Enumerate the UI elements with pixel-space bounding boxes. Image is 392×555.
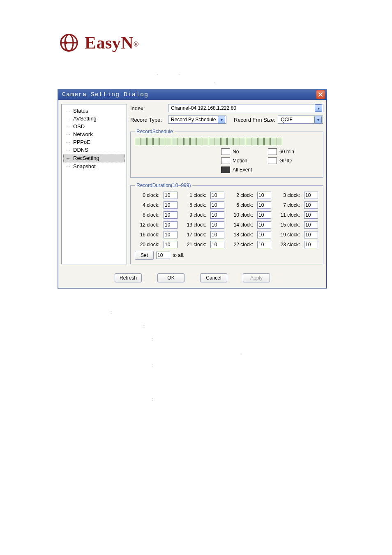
duration-input[interactable]	[164, 192, 178, 199]
duration-input[interactable]	[257, 192, 271, 199]
duration-input[interactable]	[257, 221, 271, 229]
duration-input[interactable]	[304, 201, 318, 209]
duration-input[interactable]	[164, 241, 178, 248]
schedule-cells[interactable]	[135, 138, 319, 145]
schedule-cell[interactable]	[159, 138, 165, 145]
duration-input[interactable]	[210, 211, 224, 219]
schedule-cell[interactable]	[252, 138, 258, 145]
legend-motion: Motion	[233, 158, 265, 164]
duration-input[interactable]	[304, 192, 318, 199]
schedule-cell[interactable]	[190, 138, 196, 145]
record-duration-legend: RecordDuration(10~999)	[135, 183, 192, 188]
tree-item-recsetting[interactable]: RecSetting	[63, 154, 125, 162]
record-frm-size-value: QCIF	[281, 117, 313, 123]
schedule-cell[interactable]	[178, 138, 184, 145]
tree-item-status[interactable]: Status	[63, 107, 125, 115]
duration-input[interactable]	[304, 231, 318, 238]
index-combo[interactable]: Channel-04 192.168.1.222:80 ▾	[168, 104, 323, 112]
duration-input[interactable]	[257, 211, 271, 219]
logo-registered: ®	[134, 41, 138, 48]
legend-60min: 60 min	[279, 149, 304, 155]
schedule-cell[interactable]	[147, 138, 153, 145]
tree-item-snapshot[interactable]: Snapshot	[63, 162, 125, 170]
tree-item-avsetting[interactable]: AVSetting	[63, 115, 125, 123]
close-icon	[318, 92, 323, 97]
duration-input[interactable]	[304, 241, 318, 248]
schedule-cell[interactable]	[240, 138, 245, 145]
svg-point-3	[65, 42, 67, 44]
schedule-cell[interactable]	[221, 138, 227, 145]
brand-logo: EasyN®	[58, 33, 334, 53]
duration-label: 17 clock:	[182, 232, 207, 238]
duration-input[interactable]	[304, 221, 318, 229]
set-all-value[interactable]	[156, 252, 170, 259]
duration-label: 9 clock:	[182, 212, 207, 218]
duration-label: 4 clock:	[135, 202, 160, 208]
record-schedule-group: RecordSchedule No 60 min Motion GPIO All…	[130, 129, 323, 178]
duration-label: 0 clock:	[135, 192, 160, 198]
cancel-button[interactable]: Cancel	[200, 273, 227, 282]
duration-label: 16 clock:	[135, 232, 160, 238]
tree-item-pppoe[interactable]: PPPoE	[63, 138, 125, 146]
schedule-cell[interactable]	[270, 138, 276, 145]
duration-input[interactable]	[257, 241, 271, 248]
duration-label: 2 clock:	[228, 192, 254, 198]
duration-label: 1 clock:	[182, 192, 207, 198]
duration-input[interactable]	[210, 201, 224, 209]
duration-input[interactable]	[210, 241, 224, 248]
schedule-cell[interactable]	[227, 138, 233, 145]
tree-item-osd[interactable]: OSD	[63, 123, 125, 130]
duration-input[interactable]	[164, 221, 178, 229]
refresh-button[interactable]: Refresh	[115, 273, 142, 282]
record-duration-group: RecordDuration(10~999) 0 clock:1 clock:2…	[130, 183, 323, 264]
duration-label: 15 clock:	[275, 222, 301, 228]
duration-label: 18 clock:	[228, 232, 254, 238]
set-all-button[interactable]: Set	[135, 251, 154, 260]
schedule-cell[interactable]	[166, 138, 171, 145]
tree-item-ddns[interactable]: DDNS	[63, 146, 125, 154]
chevron-down-icon: ▾	[315, 104, 322, 112]
schedule-cell[interactable]	[258, 138, 264, 145]
schedule-cell[interactable]	[153, 138, 159, 145]
duration-input[interactable]	[210, 192, 224, 199]
record-schedule-legend: RecordSchedule	[135, 129, 175, 134]
schedule-cell[interactable]	[233, 138, 239, 145]
legend-allevent: All Event	[233, 167, 265, 173]
tree-item-network[interactable]: Network	[63, 130, 125, 138]
ok-button[interactable]: OK	[157, 273, 184, 282]
schedule-cell[interactable]	[215, 138, 221, 145]
record-type-combo[interactable]: Record By Schedule ▾	[168, 116, 226, 124]
duration-label: 14 clock:	[228, 222, 254, 228]
duration-input[interactable]	[164, 201, 178, 209]
schedule-cell[interactable]	[246, 138, 251, 145]
duration-input[interactable]	[304, 211, 318, 219]
duration-input[interactable]	[210, 231, 224, 238]
schedule-cell[interactable]	[264, 138, 270, 145]
duration-label: 7 clock:	[275, 202, 301, 208]
duration-label: 13 clock:	[182, 222, 207, 228]
duration-label: 22 clock:	[228, 242, 254, 247]
record-frm-size-combo[interactable]: QCIF ▾	[278, 116, 323, 124]
duration-input[interactable]	[210, 221, 224, 229]
schedule-cell[interactable]	[196, 138, 202, 145]
schedule-cell[interactable]	[135, 138, 141, 145]
record-type-label: Record Type:	[130, 117, 166, 123]
schedule-cell[interactable]	[209, 138, 214, 145]
to-all-label: to all.	[173, 252, 184, 258]
record-frm-size-label: Record Frm Size:	[234, 117, 275, 123]
duration-input[interactable]	[164, 211, 178, 219]
duration-input[interactable]	[257, 231, 271, 238]
schedule-cell[interactable]	[203, 138, 208, 145]
schedule-cell[interactable]	[172, 138, 178, 145]
duration-label: 21 clock:	[182, 242, 207, 247]
apply-button: Apply	[243, 273, 270, 282]
dialog-titlebar: Camera Setting Dialog	[58, 89, 327, 100]
duration-input[interactable]	[257, 201, 271, 209]
close-button[interactable]	[316, 90, 325, 99]
schedule-cell[interactable]	[277, 138, 282, 145]
legend-swatch-no	[221, 148, 230, 155]
schedule-cell[interactable]	[184, 138, 190, 145]
schedule-cell[interactable]	[141, 138, 147, 145]
duration-input[interactable]	[164, 231, 178, 238]
settings-tree: StatusAVSettingOSDNetworkPPPoEDDNSRecSet…	[61, 104, 127, 264]
